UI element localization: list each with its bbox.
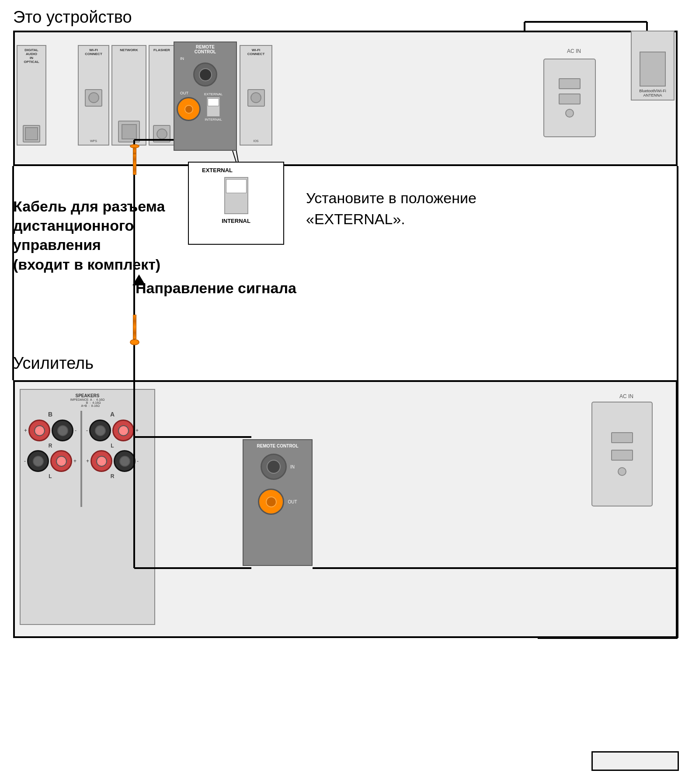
speaker-terminal-b-l-plus [50, 450, 72, 472]
bluetooth-label: Bluetooth/Wi-FiANTENNA [639, 89, 666, 97]
bottom-bar [591, 751, 679, 771]
signal-direction-label: Направление сигнала [136, 280, 296, 297]
speaker-terminal-b-r-minus [52, 420, 73, 441]
network-label: NETWORK [120, 48, 138, 52]
channel-r-bottom-label: R [86, 473, 139, 479]
ac-in-top-label: AC IN [543, 48, 605, 54]
zoom-switch[interactable] [224, 177, 248, 214]
rc-top-out-socket [177, 97, 201, 121]
speaker-divider [80, 411, 82, 507]
rc-bottom-out-label: OUT [288, 500, 297, 504]
wifi1-label: WI-FICONNECT [85, 48, 102, 56]
digital-audio-connector: DIGITALAUDIOINOPTICAL [17, 45, 46, 146]
flasher-connector: FLASHER [149, 45, 175, 146]
cable-label: Кабель для разъемадистанционногоуправлен… [13, 197, 179, 274]
zoom-switch-box: EXTERNAL INTERNAL [188, 162, 284, 245]
bluetooth-antenna: Bluetooth/Wi-FiANTENNA [631, 31, 675, 101]
rc-bottom-title: REMOTE CONTROL [257, 444, 299, 448]
wifi2-label: WI-FICONNECT [247, 48, 265, 56]
cable-head-bottom [130, 339, 139, 345]
rc-top-out-label: OUT [180, 91, 201, 95]
signal-direction-arrow [132, 274, 146, 285]
plus-sign-b-l: + [73, 458, 77, 464]
wifi1-socket [85, 89, 102, 107]
zoom-switch-knob [226, 179, 247, 193]
speaker-terminal-a-l-minus [89, 420, 111, 441]
cable-head-top [130, 144, 139, 148]
rc-top-in-socket [193, 62, 217, 87]
speaker-terminal-a-l-plus [112, 420, 134, 441]
flasher-label: FLASHER [153, 48, 170, 52]
ac-in-bottom-label: AC IN [591, 393, 661, 399]
plus-sign-b-r: + [24, 427, 27, 434]
speaker-terminal-a-r-plus [90, 450, 112, 472]
rc-external-label: EXTERNAL [204, 92, 223, 96]
wifi2-sublabel: IOS [253, 139, 258, 142]
wifi2-socket [247, 89, 265, 107]
rc-bottom-out-socket [258, 489, 284, 515]
digital-socket [23, 125, 40, 142]
speaker-terminal-a-r-minus [114, 450, 136, 472]
speaker-terminal-b-l-minus [27, 450, 49, 472]
rc-switch[interactable] [207, 97, 220, 117]
cable-connector-top [127, 144, 142, 175]
channel-b-label: B [48, 411, 52, 418]
wifi-connect-2: WI-FICONNECT IOS [240, 45, 272, 146]
channel-a-label: A [110, 411, 115, 418]
impedance-text: IMPEDANCE A : 4-16Ω B : 4-16Ω A+B : 8-16… [24, 398, 151, 407]
amplifier-label: Усилитель [13, 354, 94, 373]
minus-sign-b-r: - [75, 427, 77, 434]
zoom-external-label: EXTERNAL [202, 167, 233, 173]
remote-control-panel-top: REMOTECONTROL IN OUT EXTERNAL INTERNAL [174, 42, 237, 151]
ac-in-top: AC IN [543, 48, 605, 149]
rc-top-title: REMOTECONTROL [195, 45, 216, 54]
cable-connector-bottom [127, 315, 142, 345]
remote-control-panel-bottom: REMOTE CONTROL IN OUT [243, 439, 313, 566]
minus-sign-a-l: - [86, 427, 88, 434]
set-external-label: Установите в положение«EXTERNAL». [306, 188, 503, 229]
minus-sign-b-l: - [24, 458, 26, 464]
channel-l-bottom-label: L [86, 443, 139, 449]
channel-r-top-label: R [24, 443, 77, 449]
speaker-terminal-b-r-plus [28, 420, 50, 441]
digital-label: DIGITALAUDIOINOPTICAL [24, 48, 39, 64]
wifi1-sublabel: WPS [90, 139, 97, 142]
minus-sign-a-r: - [137, 458, 139, 464]
top-device-label: Это устройство [13, 8, 132, 27]
plus-sign-a-l: + [136, 427, 139, 434]
ac-in-bottom: AC IN [591, 393, 661, 516]
plus-sign-a-r: + [86, 458, 89, 464]
rc-bottom-in-label: IN [290, 465, 295, 469]
rc-bottom-in-socket [261, 454, 287, 480]
ac-in-bottom-plug [591, 402, 653, 506]
rc-internal-label: INTERNAL [205, 118, 222, 121]
flasher-socket [153, 125, 170, 142]
ac-in-top-plug [543, 59, 596, 137]
rc-top-in-label: IN [180, 56, 184, 61]
network-socket [118, 121, 140, 142]
speakers-title: SPEAKERS [24, 393, 151, 398]
zoom-internal-label: INTERNAL [222, 218, 250, 224]
speakers-panel: SPEAKERS IMPEDANCE A : 4-16Ω B : 4-16Ω A… [20, 389, 155, 625]
cable-body-top [133, 148, 136, 154]
channel-l-top-label: L [24, 473, 77, 479]
wifi-connect-1: WI-FICONNECT WPS [78, 45, 109, 146]
network-connector: NETWORK [111, 45, 146, 146]
